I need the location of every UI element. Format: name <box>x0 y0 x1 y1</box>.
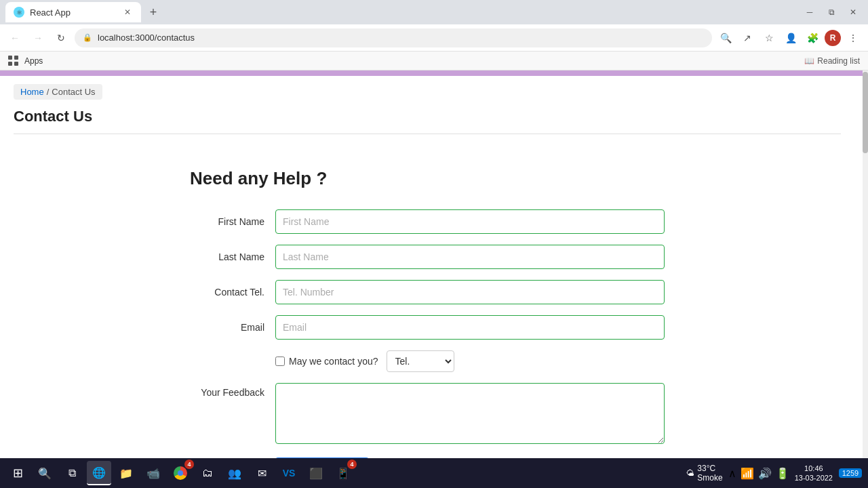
reading-list-label: Reading list <box>817 56 860 66</box>
breadcrumb-current: Contact Us <box>52 87 95 97</box>
contact-checkbox[interactable] <box>275 357 285 366</box>
weather-widget: 🌤 33°C Smoke <box>686 464 722 483</box>
notification-center-button[interactable]: 1259 <box>838 461 863 485</box>
contact-tel-row: Contact Tel. <box>190 280 665 304</box>
date: 13-03-2022 <box>795 473 833 483</box>
volume-icon[interactable]: 🔊 <box>758 467 772 480</box>
page-inner: Home / Contact Us Contact Us Need any He… <box>0 76 854 458</box>
tab-favicon: ⚛ <box>14 7 24 18</box>
checkbox-text: May we contact you? <box>289 356 378 367</box>
last-name-label: Last Name <box>190 251 264 262</box>
address-bar[interactable]: 🔒 localhost:3000/contactus <box>75 28 712 47</box>
apps-label[interactable]: Apps <box>24 56 43 66</box>
sys-tray: ∧ 📶 🔊 🔋 <box>728 467 789 480</box>
teams-taskbar-button[interactable]: 👥 <box>222 461 247 485</box>
notification-count: 1259 <box>839 468 862 478</box>
whatsapp-notification-badge: 4 <box>347 460 357 469</box>
first-name-input[interactable] <box>275 209 665 234</box>
checkbox-row: May we contact you? Tel. Email <box>275 350 665 372</box>
weather-condition: Smoke <box>697 473 722 483</box>
browser-taskbar-button[interactable]: 🌐 <box>87 461 111 485</box>
address-text: localhost:3000/contactus <box>98 33 195 43</box>
battery-icon: 🔋 <box>776 467 789 480</box>
tab-close-button[interactable]: ✕ <box>122 7 133 18</box>
profile-avatar[interactable]: R <box>825 30 841 46</box>
first-name-label: First Name <box>190 216 264 227</box>
contact-tel-input[interactable] <box>275 280 665 304</box>
page-title: Contact Us <box>14 108 841 134</box>
search-taskbar-button[interactable]: 🔍 <box>33 461 57 485</box>
breadcrumb: Home / Contact Us <box>14 84 102 100</box>
page-content: Home / Contact Us Contact Us Need any He… <box>0 70 868 458</box>
forward-button[interactable]: → <box>28 28 47 47</box>
email-input[interactable] <box>275 315 665 340</box>
nav-bar: ← → ↻ 🔒 localhost:3000/contactus 🔍 ↗ ☆ 👤… <box>0 24 868 52</box>
clock: 10:46 <box>795 464 833 473</box>
email-label: Email <box>190 322 264 333</box>
form-container: Need any Help ? First Name Last Name Con… <box>190 155 665 458</box>
system-time[interactable]: 10:46 13-03-2022 <box>795 464 833 483</box>
contact-tel-label: Contact Tel. <box>190 287 264 298</box>
last-name-input[interactable] <box>275 245 665 269</box>
active-tab[interactable]: ⚛ React App ✕ <box>5 2 141 22</box>
nav-actions: 🔍 ↗ ☆ 👤 🧩 R ⋮ <box>716 28 863 47</box>
files-taskbar-button[interactable]: 📁 <box>114 461 138 485</box>
last-name-row: Last Name <box>190 245 665 269</box>
breadcrumb-home[interactable]: Home <box>20 87 44 97</box>
email-row: Email <box>190 315 665 340</box>
scrollbar-thumb[interactable] <box>863 72 868 153</box>
search-button[interactable]: 🔍 <box>716 28 735 47</box>
taskbar: ⊞ 🔍 ⧉ 🌐 📁 📹 4 🗂 👥 ✉ VS ⬛ 📱 4 🌤 33°C Smok… <box>0 458 868 488</box>
task-view-button[interactable]: ⧉ <box>60 461 84 485</box>
new-tab-button[interactable]: + <box>144 3 163 22</box>
form-heading: Need any Help ? <box>190 168 665 189</box>
start-button[interactable]: ⊞ <box>5 461 30 485</box>
minimize-button[interactable]: ─ <box>800 3 819 22</box>
extensions-button[interactable]: 🧩 <box>803 28 822 47</box>
taskbar-right: 🌤 33°C Smoke ∧ 📶 🔊 🔋 10:46 13-03-2022 12… <box>686 461 863 485</box>
profile-picture-button[interactable]: 👤 <box>781 28 800 47</box>
apps-icon <box>8 56 19 66</box>
reload-button[interactable]: ↻ <box>52 28 71 47</box>
maximize-button[interactable]: ⧉ <box>822 3 841 22</box>
contact-method-select[interactable]: Tel. Email <box>387 350 454 372</box>
chrome-taskbar-button[interactable]: 4 <box>168 461 193 485</box>
folder-taskbar-button[interactable]: 🗂 <box>195 461 220 485</box>
lock-icon: 🔒 <box>83 33 92 42</box>
close-button[interactable]: ✕ <box>844 3 863 22</box>
weather-icon: 🌤 <box>686 468 694 478</box>
feedback-label: Your Feedback <box>190 383 264 398</box>
contact-checkbox-label[interactable]: May we contact you? <box>275 356 378 367</box>
temperature: 33°C <box>697 464 722 473</box>
tab-title: React App <box>30 7 71 18</box>
breadcrumb-separator: / <box>47 87 50 97</box>
favorite-button[interactable]: ☆ <box>760 28 778 47</box>
chrome-notification-badge: 4 <box>184 460 194 469</box>
chevron-up-icon[interactable]: ∧ <box>728 467 736 480</box>
back-button[interactable]: ← <box>5 28 24 47</box>
vs-taskbar-button[interactable]: VS <box>277 461 301 485</box>
title-bar: ⚛ React App ✕ + ─ ⧉ ✕ <box>0 0 868 24</box>
mail-taskbar-button[interactable]: ✉ <box>250 461 274 485</box>
network-icon: 📶 <box>741 467 754 480</box>
app-top-bar <box>0 70 868 76</box>
feedback-textarea[interactable] <box>275 383 665 444</box>
scrollbar[interactable] <box>863 70 868 458</box>
menu-button[interactable]: ⋮ <box>844 28 863 47</box>
bookmarks-bar: Apps 📖 Reading list <box>0 52 868 70</box>
share-button[interactable]: ↗ <box>738 28 757 47</box>
window-controls: ─ ⧉ ✕ <box>800 3 863 22</box>
terminal-taskbar-button[interactable]: ⬛ <box>304 461 328 485</box>
whatsapp-taskbar-button[interactable]: 📱 4 <box>331 461 355 485</box>
zoom-taskbar-button[interactable]: 📹 <box>141 461 165 485</box>
reading-list-button[interactable]: 📖 Reading list <box>804 56 860 66</box>
first-name-row: First Name <box>190 209 665 234</box>
feedback-row: Your Feedback <box>190 383 665 444</box>
reading-list-icon: 📖 <box>804 56 814 66</box>
